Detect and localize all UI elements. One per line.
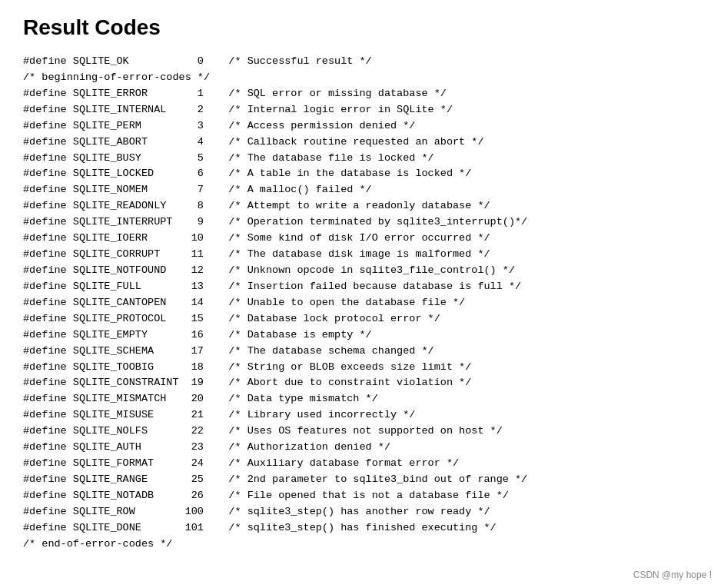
page-title: Result Codes — [23, 15, 701, 40]
watermark: CSDN @my hope ! — [633, 570, 712, 580]
code-block: #define SQLITE_OK 0 /* Successful result… — [23, 54, 701, 553]
